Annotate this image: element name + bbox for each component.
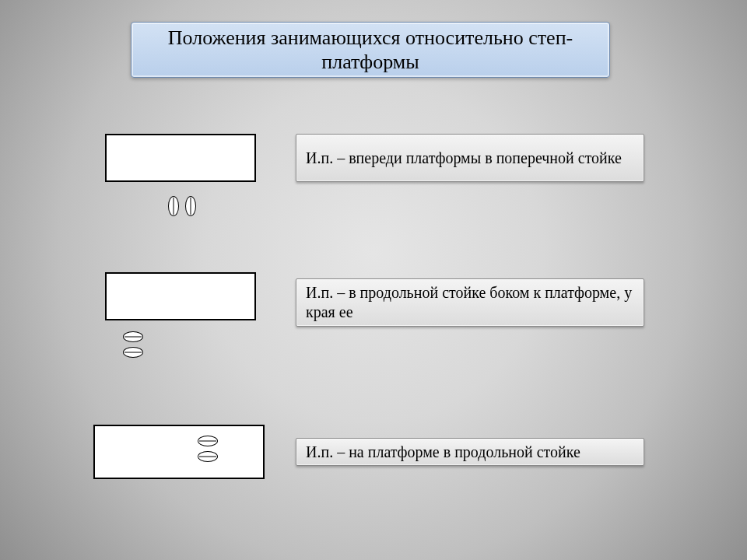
- foot-back-3: [198, 451, 218, 462]
- position-desc-3: И.п. – на платформе в продольной стойке: [296, 438, 644, 466]
- platform-diagram-2: [105, 272, 256, 320]
- foot-left-1: [168, 196, 179, 216]
- foot-back-2: [123, 347, 143, 358]
- slide-title: Положения занимающихся относительно степ…: [131, 22, 610, 78]
- platform-diagram-3: [93, 425, 265, 479]
- position-desc-1: И.п. – впереди платформы в поперечной ст…: [296, 134, 644, 182]
- foot-right-1: [185, 196, 196, 216]
- foot-front-2: [123, 331, 143, 342]
- foot-front-3: [198, 436, 218, 446]
- platform-diagram-1: [105, 134, 256, 182]
- position-desc-2: И.п. – в продольной стойке боком к платф…: [296, 278, 644, 327]
